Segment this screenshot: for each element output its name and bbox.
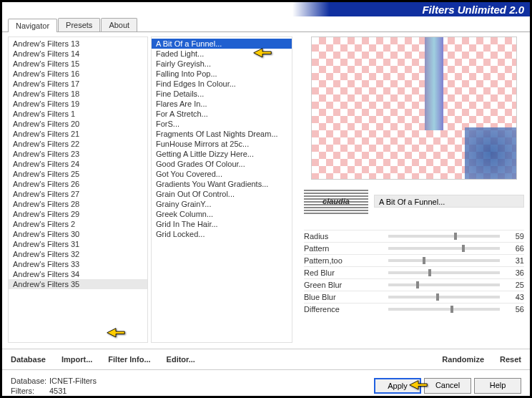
param-slider[interactable] <box>388 247 500 250</box>
param-row: Red Blur36 <box>304 266 524 278</box>
param-value: 56 <box>506 305 524 314</box>
param-label: Pattern <box>304 244 383 253</box>
param-slider[interactable] <box>388 296 500 298</box>
dialog-buttons: Apply Cancel Help <box>374 378 521 394</box>
category-item[interactable]: Andrew's Filters 18 <box>9 89 147 99</box>
filter-item[interactable]: Grid Locked... <box>152 229 292 239</box>
param-value: 43 <box>506 293 524 301</box>
editor-button[interactable]: Editor... <box>167 355 195 364</box>
param-slider[interactable] <box>388 271 500 274</box>
category-item[interactable]: Andrew's Filters 29 <box>9 209 147 219</box>
parameter-panel: Radius59Pattern66Pattern,too31Red Blur36… <box>304 230 524 315</box>
param-value: 59 <box>506 232 524 241</box>
reset-button[interactable]: Reset <box>500 355 521 364</box>
filter-item[interactable]: FunHouse Mirrors at 25c... <box>152 139 292 149</box>
category-item[interactable]: Andrew's Filters 28 <box>9 199 147 209</box>
category-item[interactable]: Andrew's Filters 1 <box>9 109 147 119</box>
filter-item[interactable]: Got You Covered... <box>152 169 292 179</box>
import-button[interactable]: Import... <box>61 355 92 364</box>
filter-item[interactable]: Find Edges In Colour... <box>152 79 292 89</box>
status-info: Database:ICNET-Filters Filters:4531 <box>11 376 97 396</box>
category-item[interactable]: Andrew's Filters 17 <box>9 79 147 89</box>
cancel-button[interactable]: Cancel <box>424 378 471 394</box>
status-bar: Database:ICNET-Filters Filters:4531 Appl… <box>2 369 530 398</box>
filter-item[interactable]: Good Grades Of Colour... <box>152 159 292 169</box>
param-row: Pattern66 <box>304 242 524 254</box>
param-value: 31 <box>506 256 524 265</box>
filter-item[interactable]: Grainy GrainY... <box>152 199 292 209</box>
database-button[interactable]: Database <box>11 355 46 364</box>
param-slider[interactable] <box>388 235 500 238</box>
filter-item[interactable]: Faded Light... <box>152 49 292 59</box>
category-item[interactable]: Andrew's Filters 2 <box>9 219 147 229</box>
watermark-row: claudia A Bit Of a Funnel... <box>304 188 524 214</box>
filter-item[interactable]: ForS... <box>152 119 292 129</box>
filter-item[interactable]: Falling Into Pop... <box>152 69 292 79</box>
preview-stripe <box>425 37 443 130</box>
filter-item[interactable]: Flares Are In... <box>152 99 292 109</box>
param-label: Green Blur <box>304 281 383 289</box>
apply-button[interactable]: Apply <box>374 378 421 394</box>
category-item[interactable]: Andrew's Filters 20 <box>9 119 147 129</box>
filter-item[interactable]: Grid In The Hair... <box>152 219 292 229</box>
category-item[interactable]: Andrew's Filters 16 <box>9 69 147 79</box>
category-item[interactable]: Andrew's Filters 33 <box>9 259 147 269</box>
category-item[interactable]: Andrew's Filters 35 <box>9 279 147 289</box>
category-item[interactable]: Andrew's Filters 34 <box>9 269 147 279</box>
category-item[interactable]: Andrew's Filters 14 <box>9 49 147 59</box>
category-item[interactable]: Andrew's Filters 19 <box>9 99 147 109</box>
param-label: Red Blur <box>304 268 383 277</box>
tab-about[interactable]: About <box>101 18 137 31</box>
right-panel: claudia A Bit Of a Funnel... Radius59Pat… <box>295 37 524 349</box>
filter-item[interactable]: For A Stretch... <box>152 109 292 119</box>
filter-item[interactable]: Grain Out Of Control... <box>152 189 292 199</box>
filter-item[interactable]: A Bit Of a Funnel... <box>152 39 292 49</box>
category-item[interactable]: Andrew's Filters 13 <box>9 39 147 49</box>
randomize-button[interactable]: Randomize <box>442 355 484 364</box>
param-label: Pattern,too <box>304 256 383 265</box>
filter-item[interactable]: Fragments Of Last Nights Dream... <box>152 129 292 139</box>
tab-navigator[interactable]: Navigator <box>8 19 57 32</box>
param-value: 36 <box>506 268 524 277</box>
param-slider[interactable] <box>388 308 500 311</box>
category-item[interactable]: Andrew's Filters 23 <box>9 149 147 159</box>
param-row: Radius59 <box>304 230 524 242</box>
category-item[interactable]: Andrew's Filters 31 <box>9 239 147 249</box>
param-row: Blue Blur43 <box>304 291 524 303</box>
param-label: Blue Blur <box>304 293 383 301</box>
category-item[interactable]: Andrew's Filters 21 <box>9 129 147 139</box>
category-item[interactable]: Andrew's Filters 25 <box>9 169 147 179</box>
filter-item[interactable]: Greek Column... <box>152 209 292 219</box>
category-item[interactable]: Andrew's Filters 32 <box>9 249 147 259</box>
database-value: ICNET-Filters <box>49 376 97 386</box>
app-title: Filters Unlimited 2.0 <box>422 4 524 16</box>
param-slider[interactable] <box>388 259 500 262</box>
filters-count: 4531 <box>49 386 66 396</box>
filters-label: Filters: <box>11 386 49 396</box>
help-button[interactable]: Help <box>474 378 521 394</box>
param-value: 25 <box>506 281 524 289</box>
filter-item[interactable]: Gradients You Want Gradients... <box>152 179 292 189</box>
category-list[interactable]: Andrew's Filters 13Andrew's Filters 14An… <box>8 37 148 343</box>
filter-list[interactable]: A Bit Of a Funnel...Faded Light...Fairly… <box>151 37 292 343</box>
category-item[interactable]: Andrew's Filters 30 <box>9 229 147 239</box>
param-row: Pattern,too31 <box>304 254 524 266</box>
filter-item[interactable]: Getting A Little Dizzy Here... <box>152 149 292 159</box>
param-slider[interactable] <box>388 283 500 286</box>
category-item[interactable]: Andrew's Filters 24 <box>9 159 147 169</box>
preview-blob <box>465 127 516 179</box>
database-label: Database: <box>11 376 49 386</box>
filter-item[interactable]: Fine Details... <box>152 89 292 99</box>
filter-info-button[interactable]: Filter Info... <box>108 355 150 364</box>
category-item[interactable]: Andrew's Filters 15 <box>9 59 147 69</box>
category-item[interactable]: Andrew's Filters 22 <box>9 139 147 149</box>
category-item[interactable]: Andrew's Filters 27 <box>9 189 147 199</box>
filter-item[interactable]: Fairly Greyish... <box>152 59 292 69</box>
category-item[interactable]: Andrew's Filters 26 <box>9 179 147 189</box>
title-bar: Filters Unlimited 2.0 <box>2 2 530 16</box>
param-label: Radius <box>304 232 383 241</box>
param-value: 66 <box>506 244 524 253</box>
preview-image <box>311 37 517 180</box>
param-row: Green Blur25 <box>304 278 524 291</box>
tab-presets[interactable]: Presets <box>58 18 100 31</box>
